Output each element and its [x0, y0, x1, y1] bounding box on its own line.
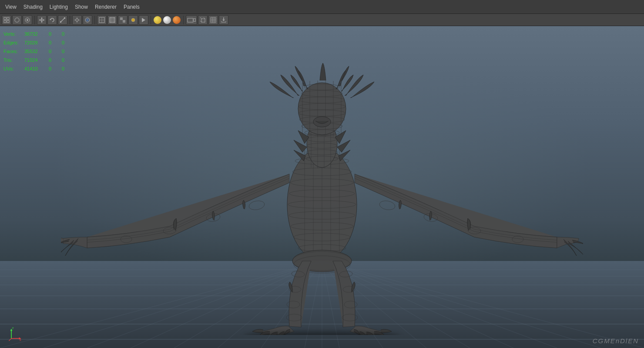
stat-uvs-value: 41410: [24, 64, 49, 73]
stat-uvs-sel2: 0: [62, 64, 75, 73]
svg-rect-15: [64, 17, 65, 19]
stat-uvs-label: UVs:: [3, 64, 24, 73]
camera-icon-btn[interactable]: [186, 15, 197, 25]
svg-rect-30: [120, 17, 123, 20]
svg-rect-16: [60, 21, 61, 23]
creature-model: [61, 39, 583, 335]
stat-verts-value: 36732: [24, 30, 49, 38]
svg-marker-37: [193, 18, 195, 22]
menu-view[interactable]: View: [2, 2, 20, 12]
svg-marker-11: [43, 19, 44, 21]
grid-btn[interactable]: [208, 15, 218, 25]
svg-rect-36: [188, 18, 193, 22]
svg-marker-107: [294, 150, 305, 161]
export-btn[interactable]: [219, 15, 228, 25]
separator-4: [151, 16, 151, 24]
stats-overlay: Verts: 36732 0 0 Edges: 72028 0 0 Faces:…: [3, 30, 75, 73]
svg-marker-35: [142, 18, 145, 22]
stat-uvs-sel1: 0: [49, 64, 62, 73]
menu-renderer[interactable]: Renderer: [91, 2, 120, 12]
svg-rect-31: [123, 20, 125, 23]
stat-faces-label: Faces:: [3, 47, 24, 56]
watermark: CGMEnDlEN: [593, 337, 639, 345]
stat-edges-label: Edges:: [3, 38, 24, 47]
separator-3: [94, 16, 95, 24]
perspective-btn[interactable]: [198, 15, 208, 25]
svg-line-153: [9, 338, 11, 341]
white-sphere[interactable]: [163, 16, 171, 24]
lasso-btn[interactable]: [12, 15, 22, 25]
svg-text:Y: Y: [12, 327, 14, 330]
stat-verts-sel2: 0: [62, 30, 75, 38]
svg-marker-10: [39, 19, 40, 21]
svg-point-34: [131, 18, 135, 22]
rotate-btn[interactable]: [47, 15, 57, 25]
lighting-btn[interactable]: [128, 15, 138, 25]
stat-verts-label: Verts:: [3, 30, 24, 38]
separator-1: [34, 16, 35, 24]
separator-5: [183, 16, 184, 24]
soft-select-btn[interactable]: [83, 15, 92, 25]
svg-marker-110: [339, 150, 350, 161]
snap-btn[interactable]: [72, 15, 82, 25]
stat-uvs: UVs: 41410 0 0: [3, 64, 75, 73]
svg-line-40: [200, 17, 201, 19]
svg-point-131: [379, 200, 396, 211]
stat-tris-label: Tris:: [3, 56, 24, 64]
stat-faces-sel1: 0: [49, 47, 62, 56]
scale-btn[interactable]: [58, 15, 67, 25]
stat-edges-value: 72028: [24, 38, 49, 47]
svg-point-17: [76, 19, 78, 21]
svg-point-23: [87, 19, 88, 21]
stat-edges-sel2: 0: [62, 38, 75, 47]
svg-rect-33: [120, 20, 123, 23]
svg-point-127: [248, 200, 265, 211]
menu-panels[interactable]: Panels: [120, 2, 143, 12]
stat-verts-sel1: 0: [49, 30, 62, 38]
watermark-text: CGMEnDlEN: [593, 337, 639, 345]
stat-faces-value: 35532: [24, 47, 49, 56]
svg-marker-8: [41, 17, 43, 19]
menu-lighting[interactable]: Lighting: [46, 2, 71, 12]
select-tool-btn[interactable]: [2, 15, 11, 25]
svg-text:X: X: [19, 338, 21, 341]
stat-verts: Verts: 36732 0 0: [3, 30, 75, 38]
svg-point-5: [27, 19, 28, 21]
toolbar: [0, 14, 644, 26]
svg-rect-3: [7, 20, 9, 23]
svg-rect-32: [123, 17, 125, 20]
stat-edges: Edges: 72028 0 0: [3, 38, 75, 47]
shading-btn[interactable]: [107, 15, 117, 25]
wireframe-btn[interactable]: [97, 15, 107, 25]
stat-tris-sel2: 0: [62, 56, 75, 64]
move-btn[interactable]: [37, 15, 47, 25]
model-container: [0, 26, 644, 348]
menubar: View Shading Lighting Show Renderer Pane…: [0, 0, 644, 14]
stat-faces-sel2: 0: [62, 47, 75, 56]
svg-rect-38: [201, 19, 205, 22]
stat-tris: Tris: 71024 0 0: [3, 56, 75, 64]
yellow-sphere[interactable]: [154, 16, 161, 24]
svg-rect-0: [4, 17, 6, 20]
stat-faces: Faces: 35532 0 0: [3, 47, 75, 56]
svg-marker-52: [222, 20, 225, 21]
separator-2: [70, 16, 70, 24]
texture-btn[interactable]: [118, 15, 127, 25]
svg-rect-1: [7, 17, 9, 20]
stat-tris-value: 71024: [24, 56, 49, 64]
axis-indicator: Y X: [6, 325, 23, 342]
svg-rect-2: [4, 20, 6, 23]
paint-select-btn[interactable]: [23, 15, 32, 25]
menu-show[interactable]: Show: [71, 2, 91, 12]
viewport[interactable]: Verts: 36732 0 0 Edges: 72028 0 0 Faces:…: [0, 26, 644, 348]
menu-shading[interactable]: Shading: [20, 2, 46, 12]
render-btn[interactable]: [139, 15, 148, 25]
svg-marker-9: [41, 21, 43, 23]
orange-sphere[interactable]: [173, 16, 181, 24]
stat-edges-sel1: 0: [49, 38, 62, 47]
stat-tris-sel1: 0: [49, 56, 62, 64]
